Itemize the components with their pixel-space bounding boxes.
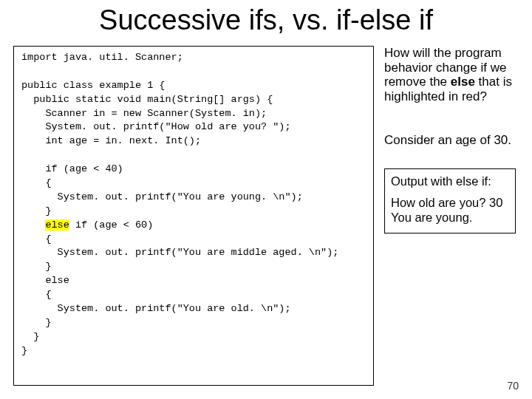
code-line: }: [21, 345, 27, 356]
code-line: {: [21, 233, 52, 245]
code-box: import java. util. Scanner; public class…: [13, 46, 374, 386]
code-line: }: [21, 331, 39, 342]
code-line: {: [21, 289, 52, 300]
code-line: }: [21, 261, 52, 272]
spacer: [391, 189, 509, 195]
output-box: Output with else if: How old are you? 30…: [384, 168, 516, 233]
code-line: if (age < 40): [21, 163, 123, 174]
code-line: }: [21, 205, 52, 216]
highlighted-else: else: [45, 219, 69, 231]
code-line: {: [21, 177, 52, 188]
slide: Successive ifs, vs. if-else if import ja…: [0, 0, 532, 399]
page-number: 70: [507, 380, 519, 392]
code-line: int age = in. next. Int();: [21, 135, 201, 146]
slide-title: Successive ifs, vs. if-else if: [0, 0, 532, 36]
code-line: Scanner in = new Scanner(System. in);: [21, 108, 267, 119]
output-line: You are young.: [391, 210, 509, 225]
question-bold-else: else: [451, 75, 475, 89]
code-line: System. out. printf("How old are you? ")…: [21, 121, 291, 132]
code-line-pre: [21, 219, 45, 231]
code-line: System. out. printf("You are middle aged…: [21, 247, 338, 258]
code-line: }: [21, 317, 52, 328]
code-line: else: [21, 275, 69, 286]
code-line-post: if (age < 60): [69, 219, 153, 231]
code-line: import java. util. Scanner;: [21, 52, 183, 63]
output-heading: Output with else if:: [391, 174, 509, 189]
code-line: public static void main(String[] args) {: [21, 94, 273, 105]
consider-text: Consider an age of 30.: [384, 133, 523, 148]
code-line: System. out. printf("You are young. \n")…: [21, 191, 303, 202]
code-line: System. out. printf("You are old. \n");: [21, 303, 291, 314]
code-line: public class example 1 {: [21, 80, 165, 91]
output-line: How old are you? 30: [391, 195, 509, 211]
question-text: How will the program behavior change if …: [384, 46, 523, 103]
